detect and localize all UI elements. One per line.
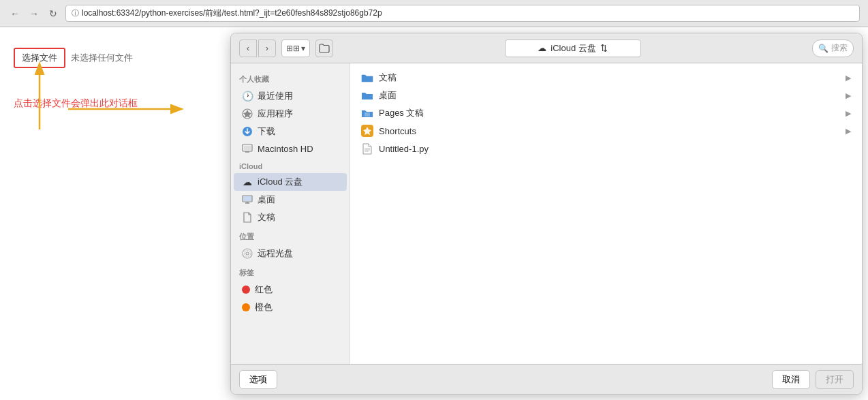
view-mode-button[interactable]: ⊞⊞ ▾	[281, 40, 310, 57]
svg-point-14	[246, 252, 249, 255]
locations-section-label: 位置	[231, 226, 350, 245]
select-file-button[interactable]: 选择文件	[14, 48, 65, 68]
remote-disc-label: 远程光盘	[258, 247, 293, 260]
back-button[interactable]: ←	[8, 7, 22, 20]
documents-folder-icon	[361, 72, 373, 84]
documents-label: 文稿	[258, 211, 275, 224]
annotation-description: 点击选择文件会弹出此对话框	[14, 95, 211, 110]
sidebar-item-icloud-drive[interactable]: ☁ iCloud 云盘	[234, 173, 347, 191]
svg-rect-7	[244, 146, 251, 150]
file-item-desktop[interactable]: 桌面 ▶	[350, 87, 862, 104]
search-icon: 🔍	[818, 44, 828, 53]
icloud-section-label: iCloud	[231, 157, 350, 173]
downloads-label: 下载	[258, 125, 275, 138]
desktop-folder-icon	[361, 89, 373, 102]
shortcuts-label: Shortcuts	[379, 126, 416, 136]
red-tag-label: 红色	[255, 283, 273, 296]
desktop-icon	[242, 194, 253, 205]
svg-rect-16	[365, 112, 370, 117]
sidebar-item-macintosh-hd[interactable]: Macintosh HD	[234, 140, 347, 157]
documents-icon	[242, 212, 253, 223]
pages-folder-label: Pages 文稿	[379, 107, 424, 119]
desktop-label: 桌面	[258, 194, 275, 206]
shortcuts-arrow: ▶	[846, 127, 851, 136]
new-folder-button[interactable]	[315, 40, 333, 57]
url-text: localhost:63342/python-exercises/前端/test…	[82, 7, 382, 19]
view-icon: ⊞⊞	[286, 44, 300, 53]
applications-label: 应用程序	[258, 108, 293, 120]
dialog-forward-button[interactable]: ›	[258, 40, 276, 57]
file-item-untitled[interactable]: Untitled-1.py	[350, 140, 862, 157]
svg-point-15	[245, 251, 251, 257]
sidebar-item-red-tag[interactable]: 红色	[234, 281, 347, 298]
file-item-shortcuts[interactable]: Shortcuts ▶	[350, 122, 862, 140]
file-item-pages[interactable]: Pages 文稿 ▶	[350, 104, 862, 122]
shortcuts-icon	[361, 125, 373, 137]
annotation-area: 选择文件 未选择任何文件 点击选择文件会弹出此对话框	[0, 27, 225, 400]
location-selector[interactable]: ☁ iCloud 云盘 ⇅	[505, 40, 641, 57]
search-placeholder: 搜索	[831, 42, 848, 54]
desktop-folder-arrow: ▶	[846, 91, 851, 100]
desktop-folder-label: 桌面	[379, 89, 397, 102]
documents-folder-arrow: ▶	[846, 74, 851, 82]
svg-rect-10	[243, 196, 251, 201]
options-button[interactable]: 选项	[239, 370, 277, 389]
location-arrow-icon: ⇅	[600, 43, 608, 53]
dialog-back-button[interactable]: ‹	[239, 40, 257, 57]
sidebar: 个人收藏 🕐 最近使用 应用程序	[231, 63, 350, 364]
sidebar-item-orange-tag[interactable]: 橙色	[234, 298, 347, 316]
applications-icon	[242, 108, 253, 119]
documents-folder-label: 文稿	[379, 72, 397, 84]
remote-disc-icon	[242, 248, 253, 259]
untitled-file-icon	[361, 142, 373, 155]
cancel-button[interactable]: 取消	[772, 370, 810, 389]
refresh-button[interactable]: ↻	[46, 7, 60, 20]
search-box[interactable]: 🔍 搜索	[812, 40, 854, 57]
untitled-file-label: Untitled-1.py	[379, 144, 429, 154]
view-arrow-icon: ▾	[301, 44, 305, 53]
icloud-drive-label: iCloud 云盘	[258, 176, 303, 188]
recents-icon: 🕐	[242, 91, 253, 102]
dialog-toolbar: ‹ › ⊞⊞ ▾ ☁ iCloud 云盘 ⇅ 🔍 搜索	[231, 33, 862, 63]
pages-folder-arrow: ▶	[846, 109, 851, 118]
file-item-documents[interactable]: 文稿 ▶	[350, 69, 862, 87]
dialog-footer: 选项 取消 打开	[231, 364, 862, 394]
icloud-drive-icon: ☁	[242, 176, 253, 187]
location-label: iCloud 云盘	[551, 42, 595, 55]
forward-button[interactable]: →	[27, 7, 41, 20]
downloads-icon	[242, 126, 253, 137]
dialog-nav-buttons: ‹ ›	[239, 40, 276, 57]
sidebar-item-documents[interactable]: 文稿	[234, 209, 347, 226]
tags-section-label: 标签	[231, 262, 350, 281]
file-list: 文稿 ▶ 桌面 ▶	[350, 63, 862, 364]
sidebar-item-remote-disc[interactable]: 远程光盘	[234, 245, 347, 262]
sidebar-item-applications[interactable]: 应用程序	[234, 105, 347, 123]
orange-tag-dot	[242, 303, 250, 311]
recents-label: 最近使用	[258, 90, 293, 102]
red-tag-dot	[242, 286, 250, 294]
page-content: 选择文件 未选择任何文件 点击选择文件会弹出此对话框	[0, 27, 868, 400]
pages-folder-icon	[361, 107, 373, 119]
sidebar-item-recents[interactable]: 🕐 最近使用	[234, 87, 347, 105]
macintosh-hd-icon	[242, 143, 253, 154]
browser-chrome: ← → ↻ ⓘ localhost:63342/python-exercises…	[0, 0, 868, 27]
footer-right-buttons: 取消 打开	[772, 370, 854, 389]
lock-icon: ⓘ	[72, 8, 79, 18]
open-button[interactable]: 打开	[816, 370, 854, 389]
sidebar-item-downloads[interactable]: 下载	[234, 123, 347, 140]
dialog-body: 个人收藏 🕐 最近使用 应用程序	[231, 63, 862, 364]
file-dialog: ‹ › ⊞⊞ ▾ ☁ iCloud 云盘 ⇅ 🔍 搜索	[230, 33, 863, 395]
address-bar[interactable]: ⓘ localhost:63342/python-exercises/前端/te…	[65, 5, 860, 22]
macintosh-hd-label: Macintosh HD	[258, 144, 313, 154]
sidebar-item-desktop[interactable]: 桌面	[234, 191, 347, 209]
favorites-section-label: 个人收藏	[231, 69, 350, 87]
orange-tag-label: 橙色	[255, 301, 273, 313]
no-file-label: 未选择任何文件	[71, 52, 133, 64]
cloud-icon: ☁	[538, 43, 546, 53]
